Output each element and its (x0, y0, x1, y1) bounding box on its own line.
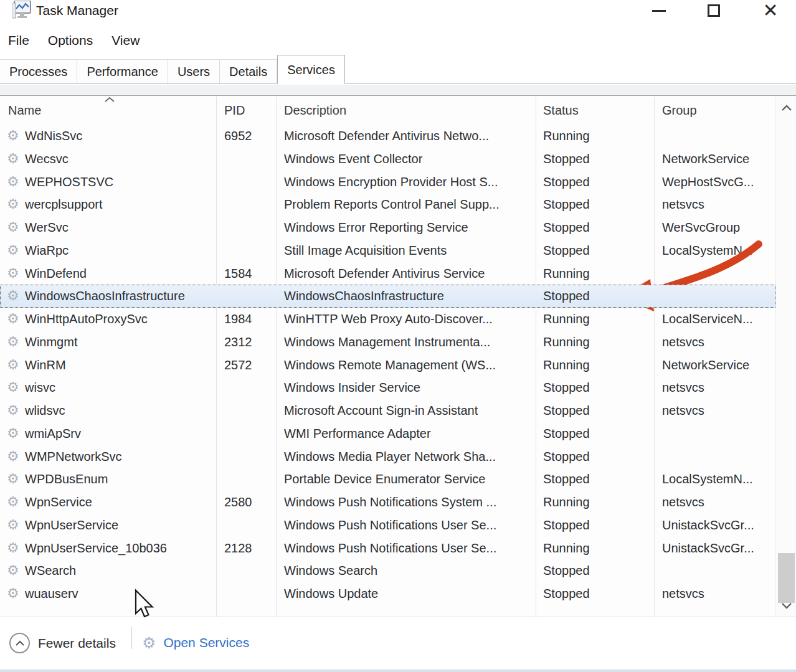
services-gear-icon: ⚙ (142, 633, 156, 653)
table-row[interactable]: ⚙ WpnService 2580 Windows Push Notificat… (0, 491, 775, 514)
cell-status: Running (543, 354, 590, 377)
cell-status: Running (543, 125, 590, 148)
table-row[interactable]: ⚙ wisvc Windows Insider Service Stopped … (0, 376, 775, 399)
column-header-name[interactable]: Name (8, 97, 41, 125)
cell-pid: 2128 (224, 537, 252, 560)
cell-status: Running (543, 537, 590, 560)
cell-name: wlidsvc (25, 399, 65, 422)
cell-description: Still Image Acquisition Events (284, 239, 447, 262)
cell-group: UnistackSvcGr... (662, 514, 754, 537)
footer-divider (131, 627, 132, 649)
cell-status: Stopped (543, 171, 590, 194)
cell-status: Stopped (543, 445, 590, 468)
service-gear-icon: ⚙ (7, 376, 19, 399)
cell-description: Microsoft Defender Antivirus Service (284, 262, 485, 285)
table-row[interactable]: ⚙ WdNisSvc 6952 Microsoft Defender Antiv… (0, 125, 775, 148)
cell-group: NetworkService (662, 148, 749, 171)
column-header-status[interactable]: Status (543, 97, 579, 125)
cell-name: WpnService (25, 491, 92, 514)
cell-name: WMPNetworkSvc (25, 445, 122, 468)
column-header-pid[interactable]: PID (224, 97, 245, 125)
table-row[interactable]: ⚙ WPDBusEnum Portable Device Enumerator … (0, 468, 775, 491)
cell-group: NetworkService (662, 354, 749, 377)
tab-label: Processes (9, 65, 67, 78)
service-gear-icon: ⚙ (7, 445, 19, 468)
tab-services[interactable]: Services (277, 55, 345, 84)
maximize-button[interactable] (694, 0, 734, 21)
cell-status: Stopped (543, 559, 590, 582)
service-gear-icon: ⚙ (7, 193, 19, 216)
tab-users[interactable]: Users (168, 59, 220, 83)
scroll-down-button[interactable] (776, 595, 796, 615)
column-header-description[interactable]: Description (284, 97, 346, 125)
table-row[interactable]: ⚙ wlidsvc Microsoft Account Sign-in Assi… (0, 399, 775, 422)
cell-group: netsvcs (662, 399, 704, 422)
close-button[interactable]: ✕ (751, 0, 790, 21)
cell-status: Stopped (543, 239, 590, 262)
cell-description: WMI Performance Adapter (284, 422, 431, 445)
menu-item-view[interactable]: View (111, 33, 140, 48)
service-gear-icon: ⚙ (7, 285, 19, 308)
table-row[interactable]: ⚙ WMPNetworkSvc Windows Media Player Net… (0, 445, 775, 468)
cell-description: Problem Reports Control Panel Supp... (284, 193, 500, 216)
cell-description: Windows Search (284, 559, 377, 582)
cell-status: Running (543, 331, 590, 354)
table-row[interactable]: ⚙ WerSvc Windows Error Reporting Service… (0, 216, 775, 239)
table-row[interactable]: ⚙ Wecsvc Windows Event Collector Stopped… (0, 148, 775, 171)
tab-label: Services (287, 63, 335, 77)
chevron-up-icon (781, 105, 792, 111)
table-row[interactable]: ⚙ WinDefend 1584 Microsoft Defender Anti… (0, 262, 775, 285)
column-header-group[interactable]: Group (662, 97, 697, 125)
tab-details[interactable]: Details (220, 59, 277, 83)
close-icon: ✕ (762, 1, 778, 20)
cell-name: Winmgmt (25, 331, 77, 354)
minimize-button[interactable] (639, 0, 679, 21)
table-row[interactable]: ⚙ WEPHOSTSVC Windows Encryption Provider… (0, 171, 775, 194)
service-gear-icon: ⚙ (7, 491, 19, 514)
cell-group: netsvcs (662, 193, 704, 216)
cell-name: WdNisSvc (25, 125, 82, 148)
minimize-icon (652, 10, 666, 12)
maximize-icon (708, 4, 720, 17)
tab-performance[interactable]: Performance (77, 59, 168, 83)
cell-pid: 2580 (224, 491, 252, 514)
table-row[interactable]: ⚙ Winmgmt 2312 Windows Management Instru… (0, 331, 775, 354)
open-services-label: Open Services (163, 635, 249, 650)
title-bar: Task Manager ✕ (0, 0, 796, 24)
cell-status: Running (543, 491, 590, 514)
tab-processes[interactable]: Processes (0, 59, 77, 83)
cell-status: Stopped (543, 422, 590, 445)
open-services-link[interactable]: ⚙ Open Services (142, 633, 249, 653)
table-row[interactable]: ⚙ WinHttpAutoProxySvc 1984 WinHTTP Web P… (0, 308, 775, 331)
cell-name: WinHttpAutoProxySvc (25, 308, 148, 331)
table-row[interactable]: ⚙ WiaRpc Still Image Acquisition Events … (0, 239, 775, 262)
cell-description: Windows Encryption Provider Host S... (284, 171, 498, 194)
table-row[interactable]: ⚙ wmiApSrv WMI Performance Adapter Stopp… (0, 422, 775, 445)
service-gear-icon: ⚙ (7, 148, 19, 171)
scroll-up-button[interactable] (776, 98, 796, 118)
task-manager-window: Task Manager ✕ FileOptionsView Processes… (0, 0, 796, 672)
table-row[interactable]: ⚙ WSearch Windows Search Stopped (0, 559, 775, 582)
table-row[interactable]: ⚙ wercplsupport Problem Reports Control … (0, 193, 775, 216)
menu-item-file[interactable]: File (8, 33, 29, 48)
table-row[interactable]: ⚙ wuauserv Windows Update Stopped netsvc… (0, 582, 775, 605)
cell-name: wuauserv (25, 582, 78, 605)
table-row[interactable]: ⚙ WpnUserService Windows Push Notificati… (0, 514, 775, 537)
cell-description: Portable Device Enumerator Service (284, 468, 485, 491)
cell-name: WindowsChaosInfrastructure (25, 285, 185, 308)
table-row[interactable]: ⚙ WpnUserService_10b036 2128 Windows Pus… (0, 537, 775, 560)
service-gear-icon: ⚙ (7, 125, 19, 148)
menu-item-options[interactable]: Options (48, 33, 93, 48)
fewer-details-button[interactable]: Fewer details (9, 633, 116, 653)
table-row[interactable]: ⚙ WindowsChaosInfrastructure WindowsChao… (0, 285, 775, 308)
cell-name: wmiApSrv (25, 422, 81, 445)
cell-pid: 2572 (224, 354, 252, 377)
table-row[interactable]: ⚙ WinRM 2572 Windows Remote Management (… (0, 354, 775, 377)
cell-name: WerSvc (25, 216, 69, 239)
cell-group: netsvcs (662, 331, 704, 354)
service-gear-icon: ⚙ (7, 216, 19, 239)
cell-group: WerSvcGroup (662, 216, 740, 239)
service-gear-icon: ⚙ (7, 559, 19, 582)
cell-group: LocalSystemN... (662, 239, 753, 262)
vertical-scrollbar[interactable] (775, 97, 796, 617)
